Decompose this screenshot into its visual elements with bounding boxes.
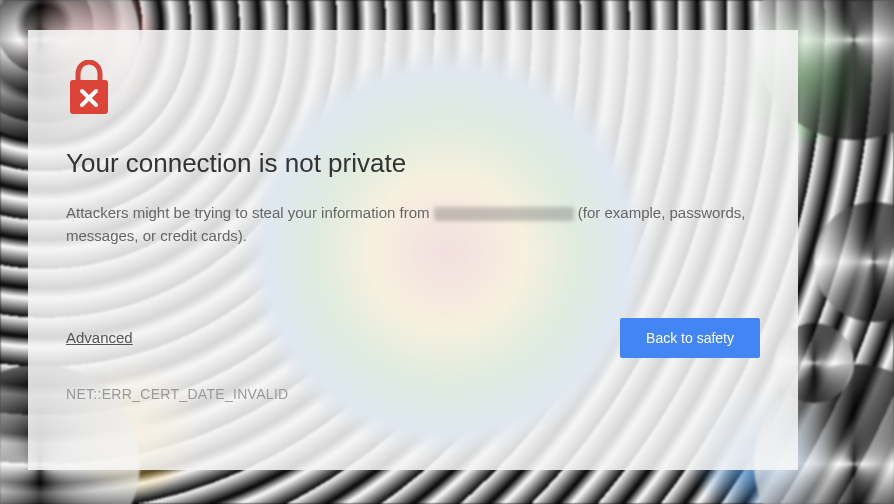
error-code-text: NET::ERR_CERT_DATE_INVALID xyxy=(66,386,760,402)
error-message: Attackers might be trying to steal your … xyxy=(66,201,760,248)
dialog-actions: Advanced Back to safety xyxy=(66,318,760,358)
advanced-button[interactable]: Advanced xyxy=(66,329,133,346)
redacted-hostname xyxy=(434,207,574,221)
error-message-prefix: Attackers might be trying to steal your … xyxy=(66,204,434,221)
error-title: Your connection is not private xyxy=(66,148,760,179)
insecure-lock-icon xyxy=(66,60,112,118)
ssl-error-dialog: Your connection is not private Attackers… xyxy=(28,30,798,470)
decorative-swirl xyxy=(814,202,894,322)
back-to-safety-button[interactable]: Back to safety xyxy=(620,318,760,358)
